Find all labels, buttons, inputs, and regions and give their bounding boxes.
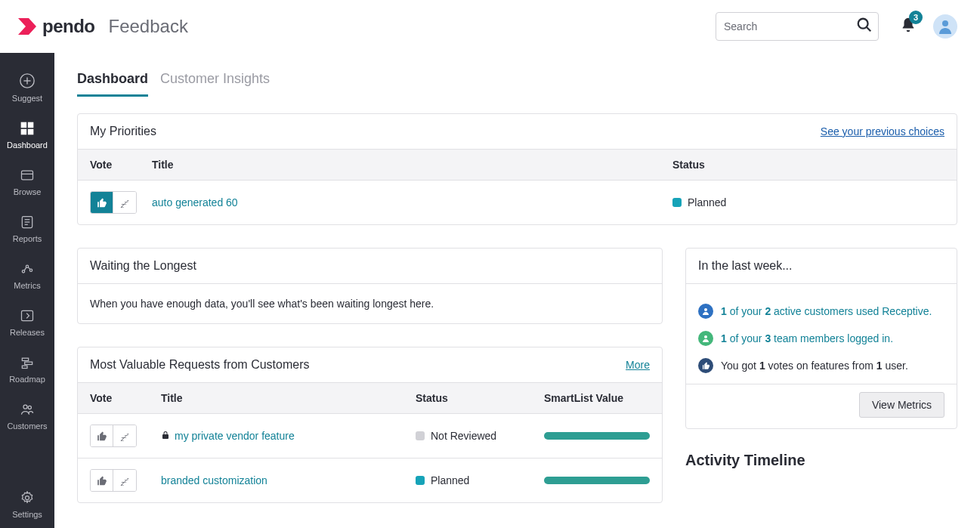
- svg-point-25: [23, 405, 27, 409]
- sidebar-item-customers[interactable]: Customers: [0, 393, 54, 440]
- table-row: zzz branded customization Planned: [78, 459, 662, 502]
- my-priorities-card: My Priorities See your previous choices …: [77, 113, 957, 225]
- vote-buttons: zzz: [90, 425, 137, 447]
- previous-choices-link[interactable]: See your previous choices: [821, 125, 944, 137]
- col-smartlist: SmartList Value: [544, 392, 650, 404]
- table-header: Vote Title Status: [78, 149, 957, 181]
- request-link[interactable]: auto generated 60: [152, 196, 238, 208]
- status-label: Not Reviewed: [431, 430, 496, 442]
- sidebar-item-label: Reports: [13, 234, 42, 243]
- col-status: Status: [672, 159, 944, 171]
- svg-rect-23: [25, 362, 32, 364]
- svg-point-27: [26, 496, 29, 500]
- status-dot-icon: [416, 431, 425, 440]
- tabs: Dashboard Customer Insights: [77, 71, 957, 97]
- request-link[interactable]: branded customization: [161, 474, 267, 486]
- search-input[interactable]: [716, 12, 879, 41]
- sidebar: Suggest Dashboard Browse Reports Metrics…: [0, 53, 54, 528]
- notification-badge: 3: [909, 11, 923, 24]
- svg-rect-6: [21, 122, 27, 128]
- thumbs-up-button[interactable]: [91, 192, 113, 214]
- sidebar-item-settings[interactable]: Settings: [0, 481, 54, 528]
- svg-line-20: [28, 267, 30, 270]
- stat-customers: 1 of your 2 active customers used Recept…: [698, 298, 944, 325]
- waiting-empty-text: When you have enough data, you'll see wh…: [90, 298, 434, 310]
- svg-point-28: [704, 308, 707, 311]
- card-title: Most Valuable Requests from Customers: [90, 358, 309, 372]
- smartlist-bar: [544, 432, 650, 440]
- request-link[interactable]: my private vendor feature: [175, 430, 295, 442]
- activity-timeline-title: Activity Timeline: [685, 452, 957, 469]
- team-circle-icon: [698, 331, 713, 346]
- svg-point-0: [858, 19, 868, 29]
- sidebar-item-reports[interactable]: Reports: [0, 205, 54, 252]
- brand-logo[interactable]: pendo Feedback: [17, 16, 188, 37]
- sidebar-item-label: Customers: [7, 421, 47, 431]
- thumb-circle-icon: [698, 358, 713, 373]
- notifications-button[interactable]: 3: [900, 17, 917, 36]
- table-header: Vote Title Status SmartList Value: [78, 382, 662, 414]
- thumbs-up-button[interactable]: [91, 425, 113, 447]
- svg-rect-8: [21, 129, 27, 135]
- brand-name: pendo: [42, 16, 95, 37]
- sidebar-item-suggest[interactable]: Suggest: [0, 63, 54, 112]
- sidebar-item-label: Releases: [10, 328, 45, 337]
- svg-point-26: [28, 406, 31, 409]
- svg-rect-21: [22, 310, 33, 320]
- col-title: Title: [161, 392, 416, 404]
- main-content: Dashboard Customer Insights My Prioritie…: [54, 53, 980, 528]
- sidebar-item-dashboard[interactable]: Dashboard: [0, 112, 54, 159]
- sidebar-item-label: Settings: [12, 510, 42, 519]
- last-week-card: In the last week... 1 of your 2 active c…: [685, 248, 957, 429]
- search-box: [716, 12, 879, 41]
- user-circle-icon: [698, 304, 713, 319]
- sidebar-item-browse[interactable]: Browse: [0, 159, 54, 205]
- smartlist-bar: [544, 477, 650, 484]
- snooze-button[interactable]: zzz: [113, 425, 136, 447]
- card-title: My Priorities: [90, 125, 156, 138]
- sidebar-item-releases[interactable]: Releases: [0, 299, 54, 346]
- search-icon[interactable]: [856, 17, 873, 36]
- view-metrics-button[interactable]: View Metrics: [859, 392, 944, 418]
- status-label: Planned: [431, 474, 469, 486]
- table-row: zzz auto generated 60 Planned: [78, 181, 957, 224]
- sidebar-item-label: Dashboard: [7, 140, 48, 150]
- table-row: zzz my private vendor feature Not Review…: [78, 414, 662, 459]
- pendo-logo-icon: [17, 17, 36, 36]
- sidebar-item-label: Suggest: [12, 94, 42, 103]
- stat-team: 1 of your 3 team members logged in.: [698, 325, 944, 352]
- card-title: In the last week...: [698, 259, 793, 273]
- status-label: Planned: [688, 196, 726, 208]
- app-header: pendo Feedback 3: [0, 0, 980, 53]
- sidebar-item-metrics[interactable]: Metrics: [0, 252, 54, 299]
- most-valuable-card: Most Valuable Requests from Customers Mo…: [77, 347, 663, 503]
- lock-icon: [161, 430, 170, 442]
- stat-votes: You got 1 votes on features from 1 user.: [698, 352, 944, 379]
- vote-buttons: zzz: [90, 469, 137, 492]
- thumbs-up-button[interactable]: [91, 470, 113, 492]
- col-vote: Vote: [90, 392, 161, 404]
- tab-customer-insights[interactable]: Customer Insights: [160, 71, 270, 97]
- avatar[interactable]: [933, 14, 957, 39]
- tab-dashboard[interactable]: Dashboard: [77, 71, 148, 97]
- sidebar-item-label: Roadmap: [9, 375, 45, 384]
- col-title: Title: [152, 159, 672, 171]
- svg-rect-7: [28, 122, 34, 128]
- svg-point-18: [29, 269, 32, 271]
- sidebar-item-label: Metrics: [14, 281, 40, 290]
- snooze-button[interactable]: zzz: [113, 470, 136, 492]
- svg-point-17: [26, 265, 28, 267]
- col-status: Status: [416, 392, 544, 404]
- status-dot-icon: [416, 476, 425, 485]
- svg-rect-24: [22, 366, 27, 368]
- svg-point-2: [942, 20, 948, 26]
- svg-rect-9: [28, 129, 34, 135]
- svg-rect-10: [22, 171, 33, 180]
- vote-buttons: zzz: [90, 191, 137, 214]
- svg-line-1: [867, 27, 871, 32]
- more-link[interactable]: More: [626, 359, 650, 371]
- svg-rect-22: [22, 358, 28, 360]
- snooze-button[interactable]: zzz: [113, 192, 136, 214]
- sidebar-item-roadmap[interactable]: Roadmap: [0, 346, 54, 393]
- svg-line-19: [24, 267, 26, 270]
